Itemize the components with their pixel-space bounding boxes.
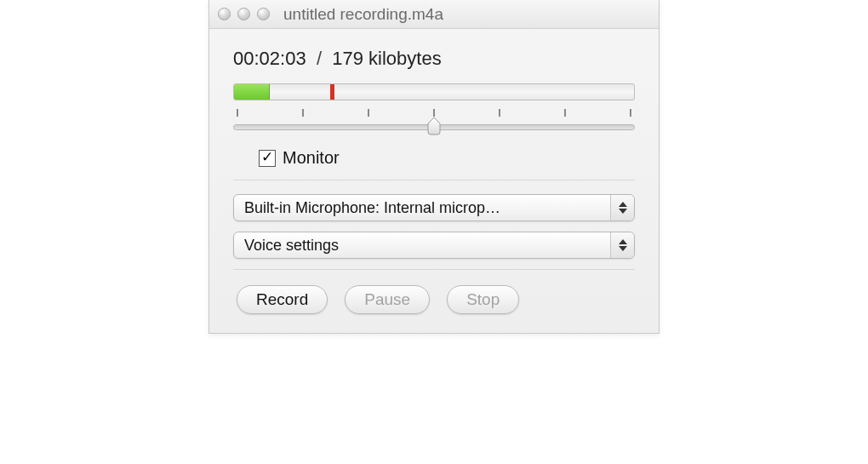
level-peak-indicator — [330, 84, 334, 100]
window-controls — [218, 8, 270, 20]
input-device-select[interactable]: Built-in Microphone: Internal microp… — [233, 194, 635, 221]
chevron-up-icon — [619, 202, 627, 207]
checkmark-icon: ✓ — [261, 150, 273, 164]
recording-window: untitled recording.m4a 00:02:03 / 179 ki… — [208, 0, 660, 334]
window-title: untitled recording.m4a — [283, 5, 443, 24]
input-volume-slider[interactable] — [233, 109, 635, 138]
tick — [302, 109, 304, 117]
elapsed-time: 00:02:03 — [233, 48, 306, 69]
window-content: 00:02:03 / 179 kilobytes — [209, 29, 659, 333]
tick — [368, 109, 369, 117]
tick — [237, 109, 238, 117]
tick — [433, 109, 435, 117]
titlebar[interactable]: untitled recording.m4a — [209, 0, 659, 29]
chevron-up-icon — [619, 239, 627, 244]
record-label: Record — [256, 290, 308, 309]
tick — [630, 109, 631, 117]
pause-label: Pause — [364, 290, 410, 309]
record-button[interactable]: Record — [237, 285, 328, 314]
level-fill — [234, 84, 270, 100]
monitor-row: ✓ Monitor — [233, 143, 635, 180]
close-icon[interactable] — [218, 8, 231, 20]
monitor-label: Monitor — [283, 148, 340, 168]
chevron-down-icon — [619, 246, 627, 251]
monitor-checkbox[interactable]: ✓ — [259, 150, 276, 167]
status-separator: / — [317, 48, 322, 69]
stepper-arrows-icon — [610, 232, 634, 258]
pause-button[interactable]: Pause — [345, 285, 430, 314]
input-level-meter — [233, 83, 635, 100]
slider-thumb[interactable] — [425, 117, 443, 135]
transport-buttons: Record Pause Stop — [233, 285, 635, 314]
file-size: 179 kilobytes — [332, 48, 441, 69]
status-line: 00:02:03 / 179 kilobytes — [233, 48, 635, 70]
quality-value: Voice settings — [244, 237, 339, 255]
stop-button[interactable]: Stop — [447, 285, 519, 314]
tick — [499, 109, 500, 117]
quality-select[interactable]: Voice settings — [233, 232, 635, 259]
minimize-icon[interactable] — [237, 8, 250, 20]
input-device-value: Built-in Microphone: Internal microp… — [244, 199, 500, 217]
tick — [564, 109, 566, 117]
chevron-down-icon — [619, 209, 627, 214]
stop-label: Stop — [466, 290, 500, 309]
zoom-icon[interactable] — [257, 8, 270, 20]
divider — [233, 269, 635, 270]
stepper-arrows-icon — [610, 195, 634, 221]
